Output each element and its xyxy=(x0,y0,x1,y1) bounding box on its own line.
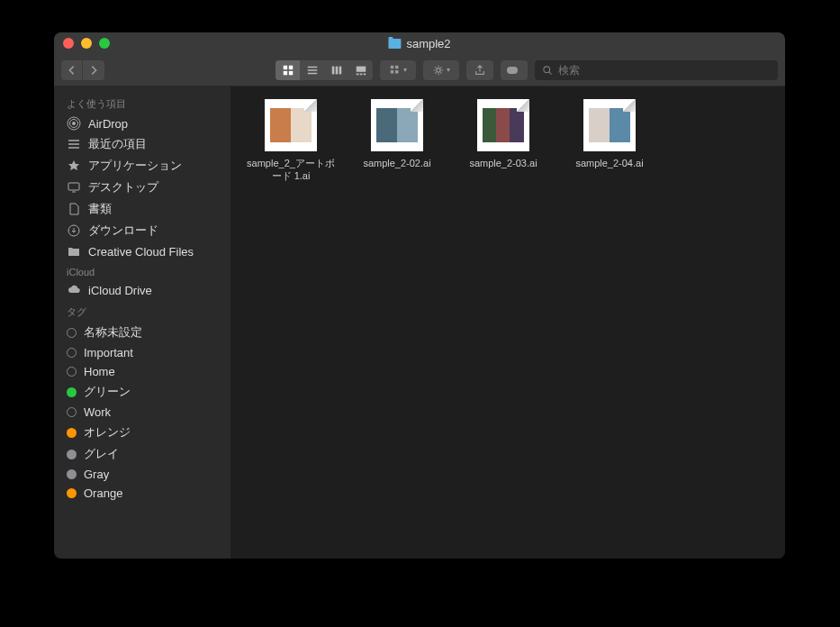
apps-icon xyxy=(67,159,81,173)
icloud-item[interactable]: iCloud Drive xyxy=(54,280,230,300)
icon-view-button[interactable] xyxy=(275,60,300,80)
tag-item[interactable]: Work xyxy=(54,403,230,422)
arrange-button[interactable]: ▾ xyxy=(380,60,416,80)
tag-color-dot xyxy=(67,469,77,479)
favorite-item[interactable]: AirDrop xyxy=(54,114,230,133)
favorite-item[interactable]: アプリケーション xyxy=(54,155,230,177)
airdrop-icon xyxy=(67,116,81,131)
list-view-button[interactable] xyxy=(300,60,324,80)
tag-item[interactable]: グリーン xyxy=(54,381,230,403)
nav-buttons xyxy=(61,60,104,80)
favorite-item[interactable]: Creative Cloud Files xyxy=(54,241,230,261)
folder-icon xyxy=(388,39,401,49)
tag-item[interactable]: Orange xyxy=(54,484,230,503)
tag-label: Home xyxy=(84,365,115,378)
window-controls xyxy=(63,38,110,49)
tag-color-dot xyxy=(67,428,77,438)
file-name: sample_2-02.ai xyxy=(363,157,430,169)
maximize-button[interactable] xyxy=(99,38,110,49)
recent-icon xyxy=(67,137,81,151)
gear-icon xyxy=(432,64,445,77)
sidebar-item-label: 最近の項目 xyxy=(88,136,147,152)
svg-rect-6 xyxy=(339,66,341,74)
tag-color-dot xyxy=(67,328,77,338)
window-title: sample2 xyxy=(388,37,450,50)
tag-item[interactable]: Home xyxy=(54,362,230,381)
forward-button[interactable] xyxy=(83,60,104,80)
tags-button[interactable] xyxy=(501,60,528,80)
tag-item[interactable]: Gray xyxy=(54,465,230,484)
tag-item[interactable]: 名称未設定 xyxy=(54,322,230,343)
chevron-down-icon: ▾ xyxy=(447,66,450,74)
sidebar-item-label: ダウンロード xyxy=(88,223,158,239)
window-body: よく使う項目 AirDrop最近の項目アプリケーションデスクトップ書類ダウンロー… xyxy=(54,86,785,559)
svg-rect-13 xyxy=(391,70,394,74)
favorite-item[interactable]: ダウンロード xyxy=(54,220,230,241)
cloud-icon xyxy=(67,283,81,297)
sidebar-item-label: AirDrop xyxy=(88,117,128,131)
column-view-button[interactable] xyxy=(324,60,348,80)
tag-label: グレイ xyxy=(84,446,119,462)
tag-item[interactable]: Important xyxy=(54,343,230,362)
search-box[interactable] xyxy=(535,60,778,80)
documents-icon xyxy=(67,202,81,216)
svg-rect-3 xyxy=(288,70,292,74)
svg-rect-11 xyxy=(391,65,394,68)
tag-label: オレンジ xyxy=(84,424,131,441)
tag-label: Important xyxy=(84,346,133,359)
gallery-view-button[interactable] xyxy=(348,60,373,80)
gallery-icon xyxy=(355,64,367,77)
file-thumbnail xyxy=(371,99,423,151)
svg-point-18 xyxy=(72,122,76,125)
tag-item[interactable]: オレンジ xyxy=(54,422,230,443)
svg-rect-7 xyxy=(356,66,366,71)
titlebar[interactable]: sample2 xyxy=(54,32,785,54)
file-name: sample_2-03.ai xyxy=(469,157,537,169)
file-item[interactable]: sample_2-04.ai xyxy=(562,99,657,169)
tag-label: Orange xyxy=(84,486,122,500)
svg-rect-12 xyxy=(395,65,399,68)
svg-rect-2 xyxy=(283,70,286,74)
file-item[interactable]: sample_2-03.ai xyxy=(456,99,551,169)
file-item[interactable]: sample_2_アートボード 1.ai xyxy=(243,99,339,183)
chevron-down-icon: ▾ xyxy=(403,66,407,74)
finder-window: sample2 xyxy=(54,32,785,559)
file-name: sample_2_アートボード 1.ai xyxy=(243,157,339,183)
close-button[interactable] xyxy=(63,38,74,49)
file-thumbnail xyxy=(265,99,317,151)
content-area[interactable]: sample_2_アートボード 1.aisample_2-02.aisample… xyxy=(230,86,785,559)
svg-point-17 xyxy=(544,66,550,72)
svg-rect-1 xyxy=(288,65,292,68)
back-button[interactable] xyxy=(61,60,83,80)
svg-rect-0 xyxy=(283,65,286,68)
action-button[interactable]: ▾ xyxy=(423,60,459,80)
tag-color-dot xyxy=(67,367,77,377)
tag-item[interactable]: グレイ xyxy=(54,443,230,465)
tag-color-dot xyxy=(67,348,77,358)
favorite-item[interactable]: 書類 xyxy=(54,198,230,220)
sidebar-item-label: アプリケーション xyxy=(88,158,182,174)
minimize-button[interactable] xyxy=(81,38,92,49)
search-input[interactable] xyxy=(558,64,771,77)
share-icon xyxy=(474,64,486,77)
tag-color-dot xyxy=(67,488,77,498)
svg-rect-4 xyxy=(331,66,334,74)
toolbar: ▾ ▾ xyxy=(54,54,785,86)
downloads-icon xyxy=(67,223,81,238)
sidebar-item-label: デスクトップ xyxy=(88,179,158,195)
tag-label: Gray xyxy=(84,468,109,481)
tag-label: グリーン xyxy=(84,384,131,400)
chevron-right-icon xyxy=(87,64,100,77)
favorite-item[interactable]: デスクトップ xyxy=(54,177,230,198)
svg-rect-21 xyxy=(68,183,79,190)
file-item[interactable]: sample_2-02.ai xyxy=(349,99,445,169)
tag-label: 名称未設定 xyxy=(84,324,142,341)
view-mode-segment xyxy=(275,60,373,80)
favorite-item[interactable]: 最近の項目 xyxy=(54,133,230,155)
tag-label: Work xyxy=(84,405,111,419)
sidebar-item-label: iCloud Drive xyxy=(88,284,152,297)
tag-color-dot xyxy=(67,450,77,459)
share-button[interactable] xyxy=(466,60,493,80)
folder-icon xyxy=(67,244,81,259)
svg-rect-8 xyxy=(356,73,358,75)
